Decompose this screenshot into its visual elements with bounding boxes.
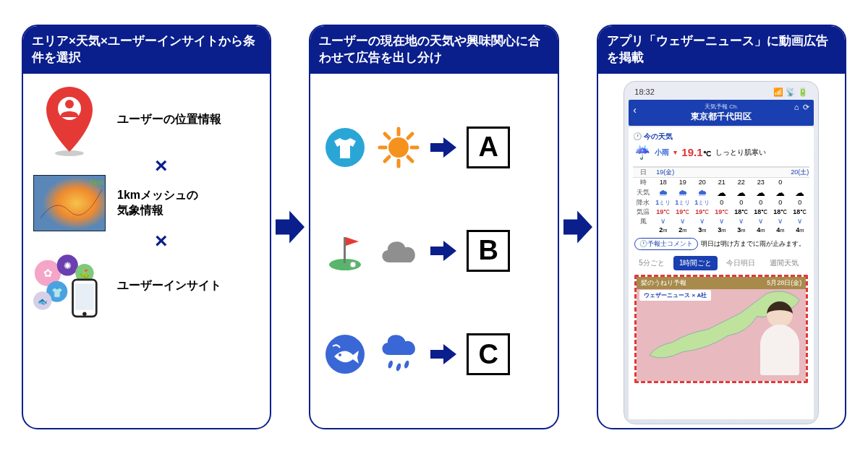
row-insight: ✿ ✺ ⛳ 👕 🐟 ユーザーインサイト xyxy=(33,250,260,322)
svg-text:✿: ✿ xyxy=(43,267,53,279)
now-cond: 小雨 xyxy=(655,147,669,158)
rain-icon xyxy=(377,333,420,376)
row-hours: 時 1819202122230 xyxy=(633,178,809,187)
lab-day: 日 xyxy=(633,168,653,177)
svg-point-33 xyxy=(388,360,394,369)
phone-statusbar: 18:32 📶 📡 🔋 xyxy=(629,86,814,100)
tab-today[interactable]: 今日明日 xyxy=(720,256,761,270)
svg-text:✺: ✺ xyxy=(64,260,72,271)
svg-point-1 xyxy=(65,100,74,108)
row-wind-spd: 2m 2m 3m 3m 3m 4m 4m 4m xyxy=(633,226,809,234)
ad-titlebar: 髪のうねり予報 5月28日(金) xyxy=(637,277,806,289)
svg-line-25 xyxy=(408,157,412,161)
tab-5min[interactable]: 5分ごと xyxy=(633,256,671,270)
now-temp: 19.1℃ xyxy=(681,146,710,158)
svg-text:👕: 👕 xyxy=(51,287,63,299)
cloud-icon xyxy=(377,229,420,273)
svg-point-32 xyxy=(339,354,341,356)
ad-box-b: B xyxy=(467,230,510,272)
ad-box-c: C xyxy=(467,333,510,375)
svg-point-34 xyxy=(396,363,402,372)
now-row: ☔ 小雨 ▾ 19.1℃ しっとり肌寒い xyxy=(633,142,809,166)
row-wind: 風 ∨∨∨∨∨∨∨∨ xyxy=(633,217,809,226)
forecaster-comment: 🕐予報士コメント 明日は明け方までに雨が止みます。 xyxy=(633,234,809,254)
golf-icon xyxy=(323,229,367,273)
tab-week[interactable]: 週間天気 xyxy=(764,256,804,270)
row-location-label: ユーザーの位置情報 xyxy=(117,112,260,127)
now-header: 🕐 今の天気 xyxy=(633,132,809,142)
map-badge-text: 1km xyxy=(90,179,104,187)
comment-text: 明日は明け方までに雨が止みます。 xyxy=(701,239,805,249)
panel-conditions: エリア×天気×ユーザーインサイトから条件を選択 ユーザーの位置情報 × xyxy=(22,25,271,429)
sun-icon xyxy=(377,126,420,169)
targeting-row-a: A xyxy=(323,126,544,169)
row-weather: 天気 🌧🌧🌧☁☁☁☁☁ xyxy=(633,187,809,198)
svg-line-27 xyxy=(385,157,389,161)
svg-line-24 xyxy=(385,134,389,138)
temp-down-icon: ▾ xyxy=(673,148,677,156)
targeting-row-b: B xyxy=(323,229,544,273)
flow-arrow-1 xyxy=(276,205,305,249)
multiply-sep-2: × xyxy=(62,228,260,253)
hourly-table: 日 19(金) 20(土) 時 1819202122230 天気 🌧🌧🌧☁☁☁☁… xyxy=(633,166,809,234)
targeting-row-c: C xyxy=(323,333,544,376)
day2: 20(土) xyxy=(790,168,809,177)
app-header: ‹ 天気予報 Ch. 東京都千代田区 ⌂⟳ xyxy=(629,100,814,126)
panel2-header: ユーザーの現在地の天気や興味関心に合わせて広告を出し分け xyxy=(310,26,557,74)
ad-collab: ウェザーニュース × A社 xyxy=(639,290,711,301)
tab-1hour[interactable]: 1時間ごと xyxy=(673,256,718,270)
day1: 19(金) xyxy=(653,168,790,177)
row-precip: 降水 1ミリ 1ミリ 1ミリ 00000 xyxy=(633,198,809,207)
ad-title: 髪のうねり予報 xyxy=(641,278,686,288)
row-temp: 気温 19℃ 19℃ 19℃ 19℃ 18℃ 18℃ 18℃ 18℃ xyxy=(633,207,809,217)
panel1-header: エリア×天気×ユーザーインサイトから条件を選択 xyxy=(23,26,270,74)
svg-point-35 xyxy=(404,360,410,369)
presenter-icon xyxy=(757,301,803,381)
svg-point-17 xyxy=(82,312,86,315)
svg-point-30 xyxy=(350,262,356,267)
phone-mockup: 18:32 📶 📡 🔋 ‹ 天気予報 Ch. 東京都千代田区 ⌂⟳ 🕐 今の天気… xyxy=(624,81,819,424)
now-feel: しっとり肌寒い xyxy=(715,147,766,158)
status-icons: 📶 📡 🔋 xyxy=(773,87,808,97)
tshirt-icon xyxy=(323,126,367,169)
mini-arrow-icon xyxy=(430,343,456,366)
panel3-header: アプリ「ウェザーニュース」に動画広告を掲載 xyxy=(598,26,845,74)
svg-point-19 xyxy=(388,137,409,158)
interval-tabs: 5分ごと 1時間ごと 今日明日 週間天気 xyxy=(633,254,809,275)
flow-arrow-2 xyxy=(563,205,592,249)
weather-map-icon: 1km xyxy=(33,175,106,231)
svg-line-26 xyxy=(408,134,412,138)
panel-app: アプリ「ウェザーニュース」に動画広告を掲載 18:32 📶 📡 🔋 ‹ 天気予報… xyxy=(597,25,846,429)
svg-rect-16 xyxy=(75,283,93,309)
panel-targeting: ユーザーの現在地の天気や興味関心に合わせて広告を出し分け A B xyxy=(309,25,558,429)
app-location: 東京都千代田区 xyxy=(633,111,809,123)
row-insight-label: ユーザーインサイト xyxy=(117,278,260,294)
row-mesh-label: 1kmメッシュの 気象情報 xyxy=(117,188,260,218)
user-insight-icon: ✿ ✺ ⛳ 👕 🐟 xyxy=(33,250,106,322)
ad-date: 5月28日(金) xyxy=(767,278,801,288)
location-pin-icon xyxy=(33,84,106,156)
comment-pill[interactable]: 🕐予報士コメント xyxy=(634,238,698,250)
svg-rect-29 xyxy=(344,237,346,263)
panel2-body: A B C xyxy=(310,74,557,428)
status-time: 18:32 xyxy=(634,87,655,97)
video-ad-slot[interactable]: 髪のうねり予報 5月28日(金) ウェザーニュース × A社 xyxy=(634,275,808,383)
mini-arrow-icon xyxy=(430,239,456,262)
row-mesh: 1km 1kmメッシュの 気象情報 xyxy=(33,175,260,231)
mini-arrow-icon xyxy=(430,136,456,159)
svg-text:⛳: ⛳ xyxy=(80,268,90,278)
fish-icon xyxy=(323,333,367,376)
panel3-body: 18:32 📶 📡 🔋 ‹ 天気予報 Ch. 東京都千代田区 ⌂⟳ 🕐 今の天気… xyxy=(598,74,845,429)
row-location: ユーザーの位置情報 xyxy=(33,84,260,156)
refresh-icon[interactable]: ⟳ xyxy=(803,103,809,112)
home-icon[interactable]: ⌂ xyxy=(794,103,799,112)
multiply-sep-1: × xyxy=(62,153,260,178)
now-weather-icon: ☔ xyxy=(634,145,650,160)
ad-box-a: A xyxy=(467,127,510,168)
app-content: 🕐 今の天気 ☔ 小雨 ▾ 19.1℃ しっとり肌寒い 日 19(金) 20(土… xyxy=(629,127,814,419)
panel1-body: ユーザーの位置情報 × 1km xyxy=(23,74,270,428)
svg-text:🐟: 🐟 xyxy=(38,296,48,307)
app-sub: 天気予報 Ch. xyxy=(633,103,809,111)
